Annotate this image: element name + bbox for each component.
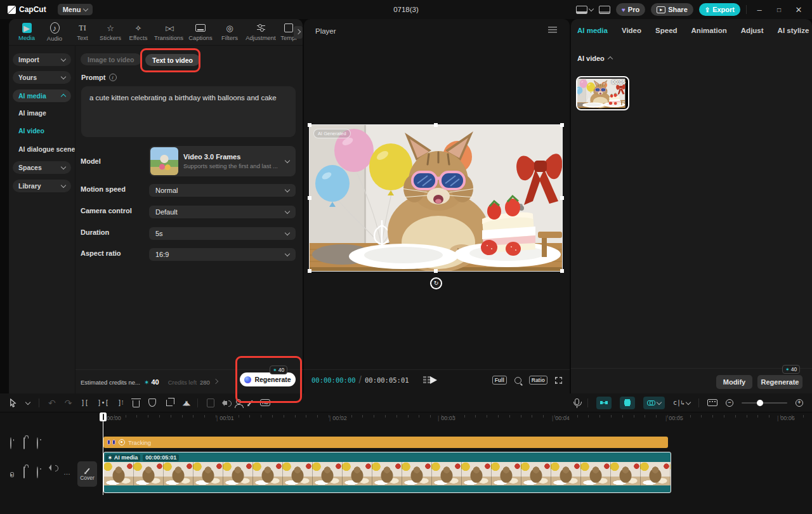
delete-left-button[interactable]: ]•[ [98,398,109,408]
player-menu-icon[interactable] [548,27,557,33]
ai-video-section-header[interactable]: AI video [577,55,612,62]
tab-speed[interactable]: Speed [655,27,678,34]
frame-view-icon[interactable] [423,376,431,384]
redo-button[interactable]: ↷ [65,398,72,408]
ai-media-clip[interactable]: ✶AI media 00:00:05:01 [103,452,671,493]
magic-edit-button[interactable] [250,398,251,408]
layout-toggle-button[interactable] [576,6,593,14]
timeline-ruler[interactable]: |00:00 |00:01 |00:02 |00:03 |00:04 |00:0… [0,412,812,425]
link-toggle-button[interactable] [643,397,665,409]
resize-handle[interactable] [560,196,564,200]
chevron-down-icon[interactable] [25,399,30,404]
track-duration-toggle[interactable] [10,438,11,449]
subtitle-view-button[interactable] [599,6,610,14]
track-visibility-toggle[interactable] [37,438,38,449]
mirror-button[interactable]: ◢◣ [183,398,188,408]
tab-audio[interactable]: ♪Audio [41,22,69,42]
delete-button[interactable] [133,398,140,408]
ai-video-thumbnail[interactable]: 00:05 [576,76,629,110]
menu-button[interactable]: Menu [58,4,93,15]
full-button[interactable]: Full [492,376,507,385]
sidebar-item-ai-video[interactable]: AI video [18,127,44,135]
cover-button[interactable]: Cover [77,461,97,487]
ratio-button[interactable]: Ratio [529,376,547,385]
model-select[interactable]: Video 3.0 Frames Supports setting the fi… [149,146,296,176]
play-button[interactable] [430,376,437,384]
pro-button[interactable]: ♥ Pro [616,3,645,16]
maximize-button[interactable]: □ [772,6,786,13]
close-button[interactable]: ✕ [792,5,806,15]
modify-button[interactable]: Modify [716,375,752,389]
zoom-in-button[interactable]: + [796,399,803,407]
resize-handle[interactable] [560,269,564,273]
tab-adjustment[interactable]: Adjustment [244,23,278,41]
tab-captions[interactable]: Captions [185,23,216,41]
resize-handle[interactable] [434,123,438,127]
resize-handle[interactable] [308,196,311,200]
resize-handle[interactable] [434,269,438,273]
split-view-button[interactable]: c|↳ [673,398,690,408]
video-preview[interactable]: AI Generated [310,125,562,271]
tab-media[interactable]: ▶Media [13,23,41,41]
tab-adjust[interactable]: Adjust [741,27,764,34]
main-track-visibility-toggle[interactable] [37,467,38,478]
tab-transitions[interactable]: ▷◁Transitions [152,23,185,41]
tab-text[interactable]: TIText [69,23,96,41]
tab-filters[interactable]: ◎Filters [216,23,244,41]
sidebar-item-spaces[interactable]: Spaces [13,161,71,174]
motion-speed-select[interactable]: Normal [149,184,296,197]
mark-button[interactable] [148,398,156,408]
crop-button[interactable] [165,398,174,408]
main-track-mute-toggle[interactable] [50,466,51,477]
zoom-out-button[interactable]: − [726,399,733,407]
timeline-zoom-slider[interactable] [742,402,787,404]
extract-frame-button[interactable] [207,398,214,408]
sidebar-item-ai-dialogue-scene[interactable]: AI dialogue scene [18,145,75,153]
sidebar-item-library[interactable]: Library [13,180,71,192]
record-voiceover-button[interactable] [575,398,579,408]
tab-effects[interactable]: ✧Effects [124,23,152,41]
fit-timeline-button[interactable] [707,398,717,408]
preview-zoom-icon[interactable] [514,377,521,384]
regenerate-button[interactable]: Regenerate [240,372,296,386]
tab-video[interactable]: Video [622,27,641,34]
camera-control-select[interactable]: Default [149,206,296,218]
tab-stickers[interactable]: ☆Stickers [96,23,124,41]
regenerate-button[interactable]: Regenerate [757,375,802,389]
select-tool-button[interactable] [9,398,17,408]
preview-collision-button[interactable] [620,397,635,409]
undo-button[interactable]: ↶ [48,398,56,408]
main-track-lock-toggle[interactable] [23,467,25,478]
sidebar-item-ai-image[interactable]: AI image [18,109,46,117]
sidebar-item-ai-media[interactable]: AI media [13,89,71,102]
prompt-input[interactable]: a cute kitten celebrating a birthday wit… [81,86,296,137]
sidebar-item-yours[interactable]: Yours [13,71,71,84]
resize-handle[interactable] [308,123,311,127]
snap-toggle-button[interactable] [596,397,612,409]
split-button[interactable]: ][ [81,398,88,408]
share-button[interactable]: ▶ Share [651,3,693,16]
sidebar-item-import[interactable]: Import [13,53,71,66]
tab-text-to-video[interactable]: Text to video [145,54,200,66]
hd-button[interactable]: HD [260,398,270,408]
track-lock-toggle[interactable] [23,438,25,449]
fullscreen-icon[interactable] [555,377,562,384]
main-track-more-button[interactable]: … [63,468,71,476]
slider-thumb[interactable] [757,400,763,406]
resize-handle[interactable] [560,123,564,127]
ribbon-more-button[interactable] [294,26,303,39]
rotate-handle[interactable]: ↻ [430,277,442,289]
resize-handle[interactable] [308,269,311,273]
export-button[interactable]: ⇪ Export [699,3,740,16]
delete-right-button[interactable]: ]⁝ [118,398,124,408]
character-button[interactable] [236,398,241,408]
aspect-ratio-select[interactable]: 16:9 [149,248,296,261]
tab-ai-stylize[interactable]: AI stylize [778,27,809,34]
playhead[interactable] [100,412,107,421]
tab-animation[interactable]: Animation [691,27,727,34]
extract-audio-button[interactable] [223,398,227,408]
tracking-track-clip[interactable]: Tracking [103,437,668,448]
tab-ai-media[interactable]: AI media [577,27,608,34]
minimize-button[interactable]: – [752,5,766,15]
duration-select[interactable]: 5s [149,227,296,240]
